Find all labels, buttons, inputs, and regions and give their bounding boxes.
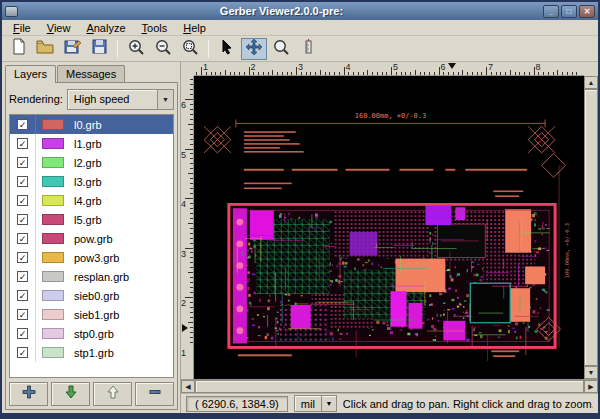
vertical-scroll-thumb[interactable] — [584, 89, 598, 366]
layer-color-swatch[interactable] — [42, 157, 64, 168]
horizontal-ruler: 12345678 — [194, 62, 584, 76]
ruler-tick — [458, 72, 459, 75]
menu-analyze[interactable]: Analyze — [79, 21, 132, 35]
menu-file[interactable]: File — [6, 21, 38, 35]
layer-color-swatch[interactable] — [42, 176, 64, 187]
horizontal-scrollbar[interactable]: ◀ ▶ — [181, 379, 598, 393]
ruler-tick — [190, 257, 193, 258]
zoom-fit-button[interactable] — [177, 38, 203, 60]
layer-name: sieb0.grb — [74, 290, 119, 302]
scroll-left-icon[interactable]: ◀ — [181, 380, 195, 393]
close-button[interactable]: ✕ — [579, 5, 595, 18]
ruler-tick — [339, 72, 340, 75]
measure-tool-button[interactable] — [295, 38, 321, 60]
ruler-position-marker — [182, 324, 188, 332]
tab-layers[interactable]: Layers — [5, 65, 56, 83]
zoom-tool-button[interactable] — [268, 38, 294, 60]
ruler-tick — [190, 243, 193, 244]
ruler-tick — [215, 72, 216, 75]
layer-visibility-checkbox[interactable]: ✓ — [17, 252, 28, 263]
checkbox-cell: ✓ — [10, 134, 36, 153]
open-file-button[interactable] — [32, 38, 58, 60]
tab-messages[interactable]: Messages — [57, 65, 125, 82]
vertical-scrollbar[interactable]: ▲ ▼ — [584, 76, 598, 379]
rendering-select[interactable]: High speed ▼ — [67, 89, 174, 110]
layer-color-swatch[interactable] — [42, 214, 64, 225]
menu-tools[interactable]: Tools — [135, 21, 175, 35]
layer-color-swatch[interactable] — [42, 119, 64, 130]
layer-color-swatch[interactable] — [42, 271, 64, 282]
layer-visibility-checkbox[interactable]: ✓ — [17, 157, 28, 168]
layer-row-l3-grb[interactable]: ✓l3.grb — [10, 172, 173, 191]
layer-visibility-checkbox[interactable]: ✓ — [17, 328, 28, 339]
minimize-button[interactable]: _ — [543, 5, 559, 18]
scroll-up-icon[interactable]: ▲ — [584, 76, 598, 89]
layer-visibility-checkbox[interactable]: ✓ — [17, 119, 28, 130]
layer-row-stp0-grb[interactable]: ✓stp0.grb — [10, 324, 173, 343]
checkbox-cell: ✓ — [10, 115, 36, 134]
layer-row-l1-grb[interactable]: ✓l1.grb — [10, 134, 173, 153]
save-button[interactable] — [86, 38, 112, 60]
ruler-tick — [190, 327, 193, 328]
layer-row-pow-grb[interactable]: ✓pow.grb — [10, 229, 173, 248]
layer-row-l5-grb[interactable]: ✓l5.grb — [10, 210, 173, 229]
scroll-right-icon[interactable]: ▶ — [584, 380, 598, 393]
move-layer-up-button[interactable] — [93, 382, 132, 406]
layer-visibility-checkbox[interactable]: ✓ — [17, 233, 28, 244]
layer-row-stp1-grb[interactable]: ✓stp1.grb — [10, 343, 173, 362]
save-as-button[interactable] — [59, 38, 85, 60]
ruler-number: 3 — [298, 62, 303, 72]
checkbox-cell: ✓ — [10, 191, 36, 210]
layer-visibility-checkbox[interactable]: ✓ — [17, 214, 28, 225]
layer-color-swatch[interactable] — [42, 233, 64, 244]
add-layer-button[interactable] — [9, 382, 48, 406]
layer-color-swatch[interactable] — [42, 195, 64, 206]
pointer-tool-button[interactable] — [214, 38, 240, 60]
layer-color-swatch[interactable] — [42, 252, 64, 263]
layer-color-swatch[interactable] — [42, 138, 64, 149]
ruler-tick — [420, 72, 421, 75]
ruler-tick — [190, 228, 193, 229]
layer-visibility-checkbox[interactable]: ✓ — [17, 195, 28, 206]
new-file-button[interactable] — [5, 38, 31, 60]
zoom-in-button[interactable] — [123, 38, 149, 60]
ruler-tick — [188, 124, 193, 125]
zoom-out-button[interactable] — [150, 38, 176, 60]
layer-row-l0-grb[interactable]: ✓l0.grb — [10, 115, 173, 134]
ruler-tick — [185, 99, 193, 100]
layer-color-swatch[interactable] — [42, 347, 64, 358]
pan-tool-button[interactable] — [241, 38, 267, 60]
move-layer-down-button[interactable] — [51, 382, 90, 406]
layer-visibility-checkbox[interactable]: ✓ — [17, 176, 28, 187]
layer-color-swatch[interactable] — [42, 328, 64, 339]
ruler-tick — [225, 70, 226, 75]
ruler-position-marker — [448, 63, 456, 69]
ruler-number: 4 — [181, 199, 186, 209]
render-canvas[interactable]: 160.00mm, +0/-0.3 100.00mm, +0/-0.3 — [194, 76, 584, 379]
chevron-down-icon: ▼ — [157, 90, 173, 109]
maximize-button[interactable]: □ — [561, 5, 577, 18]
remove-layer-button[interactable] — [135, 382, 174, 406]
layer-visibility-checkbox[interactable]: ✓ — [17, 309, 28, 320]
ruler-tick — [211, 72, 212, 75]
ruler-tick — [519, 72, 520, 75]
layer-row-l2-grb[interactable]: ✓l2.grb — [10, 153, 173, 172]
layer-visibility-checkbox[interactable]: ✓ — [17, 347, 28, 358]
layer-color-swatch[interactable] — [42, 290, 64, 301]
layer-visibility-checkbox[interactable]: ✓ — [17, 271, 28, 282]
layer-row-resplan-grb[interactable]: ✓resplan.grb — [10, 267, 173, 286]
ruler-number: 2 — [181, 298, 186, 308]
layer-row-l4-grb[interactable]: ✓l4.grb — [10, 191, 173, 210]
unit-select[interactable]: mil ▼ — [294, 395, 337, 412]
layer-row-pow3-grb[interactable]: ✓pow3.grb — [10, 248, 173, 267]
layer-row-sieb0-grb[interactable]: ✓sieb0.grb — [10, 286, 173, 305]
horizontal-scroll-thumb[interactable] — [195, 380, 584, 393]
scroll-down-icon[interactable]: ▼ — [584, 366, 598, 379]
layer-visibility-checkbox[interactable]: ✓ — [17, 290, 28, 301]
ruler-tick — [372, 72, 373, 75]
menu-view[interactable]: View — [40, 21, 78, 35]
layer-color-swatch[interactable] — [42, 309, 64, 320]
menu-help[interactable]: Help — [176, 21, 213, 35]
layer-row-sieb1-grb[interactable]: ✓sieb1.grb — [10, 305, 173, 324]
layer-visibility-checkbox[interactable]: ✓ — [17, 138, 28, 149]
